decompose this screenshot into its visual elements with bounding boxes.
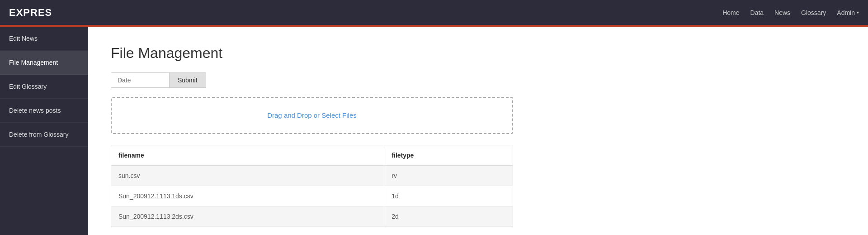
sidebar-item-delete-glossary[interactable]: Delete from Glossary bbox=[0, 123, 88, 147]
sidebar-item-file-management[interactable]: File Management bbox=[0, 51, 88, 75]
date-input[interactable] bbox=[111, 72, 170, 88]
date-form-row: Submit bbox=[111, 72, 845, 88]
table-header-row: filename filetype bbox=[111, 145, 513, 166]
drop-zone-text: Drag and Drop or Select Files bbox=[267, 111, 357, 119]
file-table-body: sun.csvrvSun_200912.1113.1ds.csv1dSun_20… bbox=[111, 166, 513, 227]
admin-label: Admin bbox=[837, 9, 855, 16]
sidebar-item-edit-glossary[interactable]: Edit Glossary bbox=[0, 75, 88, 99]
file-table-wrapper: filename filetype sun.csvrvSun_200912.11… bbox=[111, 145, 513, 227]
col-header-filetype: filetype bbox=[384, 145, 513, 166]
table-row: sun.csvrv bbox=[111, 166, 513, 186]
brand-logo: EXPRES bbox=[9, 7, 52, 19]
main-layout: Edit News File Management Edit Glossary … bbox=[0, 27, 868, 235]
col-header-filename: filename bbox=[111, 145, 384, 166]
file-table: filename filetype sun.csvrvSun_200912.11… bbox=[111, 145, 513, 227]
sidebar: Edit News File Management Edit Glossary … bbox=[0, 27, 88, 235]
cell-filetype: 2d bbox=[384, 206, 513, 227]
cell-filename: sun.csv bbox=[111, 166, 384, 186]
table-row: Sun_200912.1113.2ds.csv2d bbox=[111, 206, 513, 227]
nav-links: Home Data News Glossary Admin ▾ bbox=[722, 9, 859, 16]
cell-filename: Sun_200912.1113.2ds.csv bbox=[111, 206, 384, 227]
home-link[interactable]: Home bbox=[722, 9, 739, 16]
news-link[interactable]: News bbox=[774, 9, 790, 16]
table-row: Sun_200912.1113.1ds.csv1d bbox=[111, 186, 513, 206]
page-title: File Management bbox=[111, 45, 845, 62]
data-link[interactable]: Data bbox=[750, 9, 764, 16]
sidebar-item-edit-news[interactable]: Edit News bbox=[0, 27, 88, 51]
cell-filename: Sun_200912.1113.1ds.csv bbox=[111, 186, 384, 206]
file-drop-zone[interactable]: Drag and Drop or Select Files bbox=[111, 97, 513, 134]
sidebar-item-delete-news[interactable]: Delete news posts bbox=[0, 99, 88, 123]
top-nav: EXPRES Home Data News Glossary Admin ▾ bbox=[0, 0, 868, 25]
glossary-link[interactable]: Glossary bbox=[801, 9, 826, 16]
chevron-down-icon: ▾ bbox=[857, 10, 859, 15]
cell-filetype: rv bbox=[384, 166, 513, 186]
submit-button[interactable]: Submit bbox=[170, 72, 206, 88]
admin-dropdown[interactable]: Admin ▾ bbox=[837, 9, 859, 16]
main-content: File Management Submit Drag and Drop or … bbox=[88, 27, 868, 235]
cell-filetype: 1d bbox=[384, 186, 513, 206]
